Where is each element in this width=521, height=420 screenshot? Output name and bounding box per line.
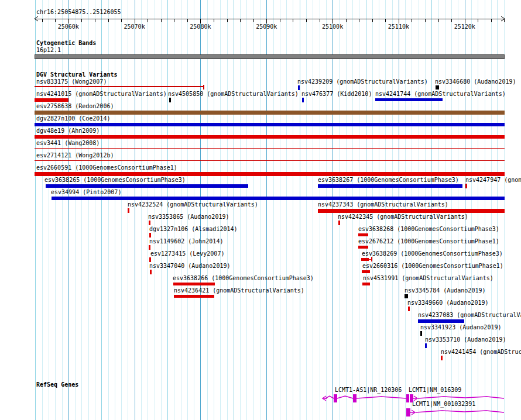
variant-tick[interactable]: [425, 343, 427, 348]
variant-square[interactable]: [405, 294, 408, 298]
variant-label[interactable]: nsv4241744 (gnomADStructuralVariants): [375, 91, 506, 97]
variant-bar[interactable]: [362, 270, 370, 273]
ruler-minor-tick: [425, 19, 426, 22]
variant-label[interactable]: dgv1327n106 (Alsmadi2014): [149, 226, 238, 232]
variant-end-cap[interactable]: [203, 85, 204, 89]
gene-exon[interactable]: [406, 408, 410, 416]
variant-bar[interactable]: [52, 197, 505, 200]
variant-bar[interactable]: [362, 283, 370, 285]
variant-tick[interactable]: [302, 98, 304, 102]
gene-label[interactable]: LCMT1|NM_016309: [409, 387, 461, 393]
variant-tick[interactable]: [128, 208, 129, 213]
variant-label[interactable]: nsv4236421 (gnomADStructuralVariants): [174, 287, 304, 294]
gene-exon[interactable]: [406, 394, 409, 402]
variant-bar[interactable]: [35, 123, 505, 126]
variant-label[interactable]: nsv1149602 (John2014): [149, 238, 223, 245]
variant-label[interactable]: nsv4242345 (gnomADStructuralVariants): [338, 214, 468, 220]
variant-label[interactable]: nsv3353865 (Audano2019): [148, 214, 229, 220]
variant-bar[interactable]: [318, 184, 462, 188]
ruler-tick-label: 25080k: [183, 23, 218, 30]
variant-tick[interactable]: [408, 307, 410, 311]
variant-bar[interactable]: [35, 172, 505, 176]
variant-label[interactable]: nsv3341923 (Audano2019): [420, 324, 501, 331]
ruler-line: [35, 19, 505, 19]
variant-label[interactable]: esv3638265 (1000GenomesConsortiumPhase3): [44, 177, 186, 183]
variant-label[interactable]: nsv3347040 (Audano2019): [149, 263, 230, 269]
variant-label[interactable]: esv2758638 (Redon2006): [36, 103, 114, 109]
variant-tick[interactable]: [338, 221, 340, 225]
variant-line[interactable]: [35, 148, 505, 149]
gridline: [49, 0, 49, 420]
variant-bar[interactable]: [318, 209, 505, 213]
variant-tick[interactable]: [169, 98, 171, 102]
variant-label[interactable]: esv2714121 (Wong2012b): [36, 152, 114, 159]
variant-tick[interactable]: [441, 356, 443, 360]
gene-exon[interactable]: [334, 394, 337, 402]
gridline: [121, 0, 122, 420]
variant-label[interactable]: dgv2827n100 (Coe2014): [36, 115, 110, 122]
variant-label[interactable]: nsv4241015 (gnomADStructuralVariants): [36, 91, 167, 97]
variant-label[interactable]: esv2660316 (1000GenomesConsortiumPhase1): [362, 263, 503, 269]
variant-label[interactable]: nsv4237083 (gnomADStructuralVariants): [418, 312, 521, 318]
variant-label[interactable]: nsv4531991 (gnomADStructuralVariants): [363, 275, 493, 281]
variant-tick[interactable]: [149, 245, 150, 250]
variant-label[interactable]: esv2660591 (1000GenomesConsortiumPhase1): [36, 164, 177, 171]
variant-label[interactable]: nsv4247947 (gnomADStructuralVariants): [465, 177, 521, 183]
variant-tick[interactable]: [298, 85, 300, 90]
variant-tick[interactable]: [465, 184, 467, 188]
variant-label[interactable]: nsv3349660 (Audano2019): [407, 299, 488, 306]
ruler-minor-tick: [240, 19, 241, 22]
variant-square[interactable]: [436, 85, 439, 89]
variant-label[interactable]: nsv4505850 (gnomADStructuralVariants): [168, 91, 299, 97]
variant-line[interactable]: [35, 160, 505, 161]
gene-exon[interactable]: [353, 394, 357, 402]
variant-label[interactable]: esv3441 (Wang2008): [36, 140, 100, 146]
variant-bar[interactable]: [361, 258, 369, 261]
variant-label[interactable]: nsv3353710 (Audano2019): [425, 336, 506, 343]
ruler-minor-tick: [359, 19, 359, 22]
variant-label[interactable]: nsv4239209 (gnomADStructuralVariants): [297, 78, 428, 85]
variant-label[interactable]: nsv833175 (Wong2007): [36, 78, 107, 85]
variant-label[interactable]: nsv3345784 (Audano2019): [405, 287, 485, 294]
variant-label[interactable]: esv3638268 (1000GenomesConsortiumPhase3): [358, 226, 499, 232]
variant-label[interactable]: nsv4232524 (gnomADStructuralVariants): [128, 201, 258, 208]
variant-bar[interactable]: [35, 98, 68, 102]
variant-label[interactable]: esv3638269 (1000GenomesConsortiumPhase3): [362, 250, 503, 257]
variant-bar[interactable]: [46, 184, 248, 188]
variant-label[interactable]: esv2676212 (1000GenomesConsortiumPhase1): [358, 238, 499, 245]
variant-tick[interactable]: [149, 257, 151, 262]
variant-label[interactable]: esv34994 (Pinto2007): [51, 189, 121, 195]
ruler-minor-tick: [187, 19, 188, 22]
gridline: [253, 0, 254, 420]
variant-label[interactable]: nsv4241454 (gnomADStructuralVariants): [441, 349, 521, 355]
variant-label[interactable]: esv3638267 (1000GenomesConsortiumPhase3): [318, 177, 459, 183]
gene-label[interactable]: LCMT1|NM_001032391: [412, 401, 475, 407]
variant-label[interactable]: dgv48e19 (Ahn2009): [36, 128, 100, 134]
variant-label[interactable]: nsv4237343 (gnomADStructuralVariants): [318, 201, 448, 208]
variant-tick[interactable]: [420, 331, 422, 336]
variant-bar[interactable]: [35, 111, 505, 115]
variant-label[interactable]: esv1273415 (Levy2007): [150, 250, 224, 257]
variant-label[interactable]: nsv476377 (Kidd2010): [301, 91, 372, 97]
variant-tick[interactable]: [149, 221, 150, 225]
variant-label[interactable]: esv3638266 (1000GenomesConsortiumPhase3): [173, 275, 314, 281]
variant-bar[interactable]: [418, 319, 464, 323]
gridline: [88, 0, 89, 420]
variant-tick[interactable]: [149, 233, 151, 237]
variant-end-cap[interactable]: [371, 257, 372, 261]
variant-bar[interactable]: [174, 295, 214, 298]
cytoband-bar[interactable]: [35, 54, 505, 59]
variant-bar[interactable]: [358, 233, 368, 236]
ruler-major-tick: [465, 19, 465, 23]
gene-label[interactable]: LCMT1-AS1|NR_120306: [335, 387, 402, 393]
genome-browser: chr16:25054875..25126055 25060k25070k250…: [0, 0, 521, 420]
variant-bar[interactable]: [173, 283, 215, 285]
variant-label[interactable]: nsv3346680 (Audano2019): [435, 78, 516, 85]
variant-bar[interactable]: [358, 246, 368, 249]
variant-bar[interactable]: [375, 98, 443, 101]
variant-tick[interactable]: [150, 270, 152, 274]
variant-line[interactable]: [35, 86, 204, 87]
variant-bar[interactable]: [35, 135, 505, 139]
gridline: [260, 0, 260, 420]
ruler-minor-tick: [148, 19, 148, 22]
